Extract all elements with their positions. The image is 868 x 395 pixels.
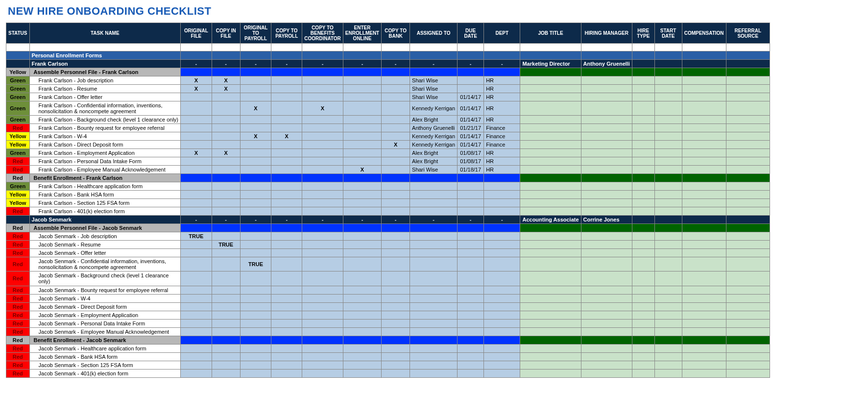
check-cell[interactable]	[382, 149, 410, 157]
check-cell[interactable]	[181, 327, 212, 336]
check-cell[interactable]	[212, 319, 240, 327]
check-cell[interactable]	[181, 116, 212, 124]
check-cell[interactable]	[302, 141, 343, 149]
check-cell[interactable]	[382, 116, 410, 124]
check-cell[interactable]	[240, 361, 271, 369]
check-cell[interactable]	[212, 286, 240, 294]
check-cell[interactable]	[240, 141, 271, 149]
check-cell[interactable]	[212, 116, 240, 124]
check-cell[interactable]	[382, 241, 410, 249]
check-cell[interactable]	[181, 101, 212, 116]
check-cell[interactable]	[302, 302, 343, 311]
check-cell[interactable]	[240, 344, 271, 352]
check-cell[interactable]	[271, 157, 302, 166]
check-cell[interactable]	[302, 191, 343, 199]
check-cell[interactable]	[343, 199, 381, 207]
check-cell[interactable]	[271, 249, 302, 257]
check-cell[interactable]	[181, 311, 212, 319]
check-cell[interactable]	[212, 207, 240, 216]
check-cell[interactable]	[343, 344, 381, 352]
check-cell[interactable]	[181, 272, 212, 286]
check-cell[interactable]	[212, 361, 240, 369]
check-cell[interactable]	[302, 157, 343, 166]
check-cell[interactable]	[343, 361, 381, 369]
check-cell[interactable]	[240, 352, 271, 361]
check-cell[interactable]: X	[212, 76, 240, 85]
check-cell[interactable]: X	[181, 85, 212, 93]
check-cell[interactable]	[240, 294, 271, 302]
check-cell[interactable]	[240, 302, 271, 311]
check-cell[interactable]	[382, 199, 410, 207]
check-cell[interactable]	[212, 199, 240, 207]
check-cell[interactable]	[382, 182, 410, 191]
check-cell[interactable]	[382, 272, 410, 286]
check-cell[interactable]	[382, 132, 410, 141]
check-cell[interactable]	[212, 257, 240, 272]
check-cell[interactable]	[302, 76, 343, 85]
check-cell[interactable]	[302, 352, 343, 361]
check-cell[interactable]	[240, 182, 271, 191]
check-cell[interactable]	[382, 93, 410, 101]
check-cell[interactable]	[240, 249, 271, 257]
check-cell[interactable]	[212, 141, 240, 149]
check-cell[interactable]	[212, 302, 240, 311]
check-cell[interactable]	[271, 369, 302, 377]
check-cell[interactable]	[240, 327, 271, 336]
check-cell[interactable]	[240, 116, 271, 124]
check-cell[interactable]	[240, 157, 271, 166]
check-cell[interactable]	[212, 311, 240, 319]
check-cell[interactable]	[271, 85, 302, 93]
check-cell[interactable]: X	[181, 76, 212, 85]
check-cell[interactable]: X	[382, 141, 410, 149]
check-cell[interactable]	[382, 327, 410, 336]
check-cell[interactable]	[302, 232, 343, 241]
check-cell[interactable]	[181, 344, 212, 352]
check-cell[interactable]	[181, 141, 212, 149]
check-cell[interactable]	[382, 344, 410, 352]
check-cell[interactable]	[343, 302, 381, 311]
check-cell[interactable]	[271, 311, 302, 319]
check-cell[interactable]	[212, 93, 240, 101]
check-cell[interactable]	[343, 132, 381, 141]
check-cell[interactable]	[271, 93, 302, 101]
check-cell[interactable]	[240, 191, 271, 199]
check-cell[interactable]	[302, 199, 343, 207]
check-cell[interactable]	[271, 286, 302, 294]
check-cell[interactable]	[382, 319, 410, 327]
check-cell[interactable]	[271, 191, 302, 199]
check-cell[interactable]	[343, 294, 381, 302]
check-cell[interactable]	[240, 166, 271, 174]
check-cell[interactable]	[271, 149, 302, 157]
check-cell[interactable]	[302, 361, 343, 369]
check-cell[interactable]	[343, 249, 381, 257]
check-cell[interactable]	[240, 369, 271, 377]
check-cell[interactable]	[382, 157, 410, 166]
check-cell[interactable]	[302, 369, 343, 377]
check-cell[interactable]	[382, 369, 410, 377]
check-cell[interactable]	[302, 319, 343, 327]
check-cell[interactable]	[212, 232, 240, 241]
check-cell[interactable]	[302, 286, 343, 294]
check-cell[interactable]	[271, 294, 302, 302]
check-cell[interactable]	[382, 85, 410, 93]
check-cell[interactable]	[181, 302, 212, 311]
check-cell[interactable]	[343, 257, 381, 272]
check-cell[interactable]	[212, 249, 240, 257]
check-cell[interactable]	[343, 76, 381, 85]
check-cell[interactable]	[181, 249, 212, 257]
check-cell[interactable]	[302, 344, 343, 352]
check-cell[interactable]	[240, 319, 271, 327]
check-cell[interactable]	[343, 93, 381, 101]
check-cell[interactable]	[271, 361, 302, 369]
check-cell[interactable]	[181, 369, 212, 377]
check-cell[interactable]	[240, 199, 271, 207]
check-cell[interactable]	[212, 369, 240, 377]
check-cell[interactable]: X	[212, 85, 240, 93]
check-cell[interactable]	[382, 101, 410, 116]
check-cell[interactable]	[302, 132, 343, 141]
check-cell[interactable]	[212, 101, 240, 116]
check-cell[interactable]	[302, 241, 343, 249]
check-cell[interactable]: TRUE	[240, 257, 271, 272]
check-cell[interactable]	[343, 319, 381, 327]
check-cell[interactable]	[343, 116, 381, 124]
